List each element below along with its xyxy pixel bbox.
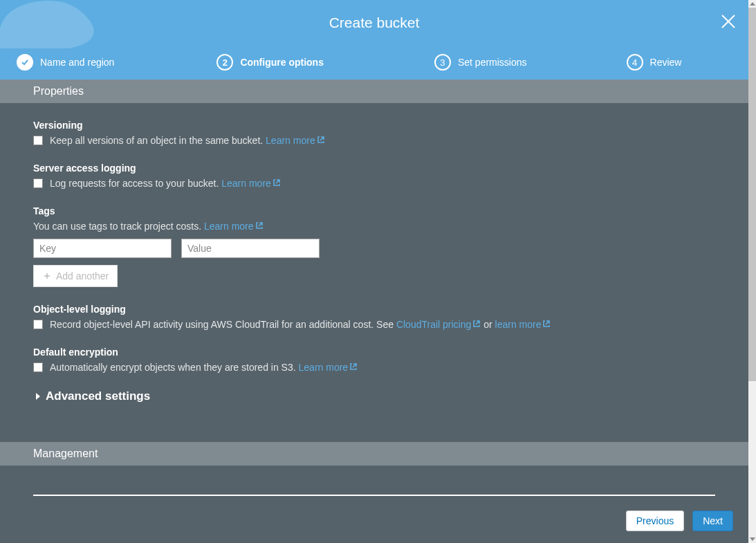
encryption-desc: Automatically encrypt objects when they … <box>50 362 358 373</box>
create-bucket-modal: Create bucket Name and region 2 Configur… <box>0 0 748 543</box>
versioning-learn-more-text: Learn more <box>266 135 315 146</box>
logging-checkbox[interactable] <box>33 178 43 188</box>
tags-title: Tags <box>33 205 715 217</box>
scrollbar-down-button[interactable] <box>748 535 756 543</box>
caret-right-icon <box>36 393 40 400</box>
previous-button[interactable]: Previous <box>626 510 684 531</box>
tags-block: Tags You can use tags to track project c… <box>33 205 715 287</box>
close-icon <box>721 14 736 29</box>
external-link-icon <box>349 362 358 370</box>
tags-desc: You can use tags to track project costs.… <box>33 221 715 232</box>
add-another-tag-button[interactable]: ＋ Add another <box>33 265 118 287</box>
tag-key-input[interactable] <box>33 239 172 258</box>
modal-footer: Previous Next <box>0 499 748 543</box>
external-link-icon <box>273 178 281 186</box>
step-3-number: 3 <box>434 54 451 71</box>
page-title: Create bucket <box>329 15 420 31</box>
step-4-number: 4 <box>627 54 643 71</box>
external-link-icon <box>542 319 551 327</box>
next-button[interactable]: Next <box>692 510 733 531</box>
object-logging-learn-more-text: learn more <box>495 319 542 330</box>
step-1-label: Name and region <box>40 57 114 68</box>
external-link-icon <box>317 135 325 143</box>
advanced-settings-toggle[interactable]: Advanced settings <box>36 389 715 403</box>
tags-learn-more-link[interactable]: Learn more <box>204 221 264 232</box>
object-logging-desc-pre: Record object-level API activity using A… <box>50 319 396 330</box>
cloudtrail-pricing-text: CloudTrail pricing <box>396 319 471 330</box>
caret-up-icon <box>750 2 755 6</box>
logging-title: Server access logging <box>33 163 715 174</box>
tags-desc-text: You can use tags to track project costs. <box>33 221 201 232</box>
encryption-desc-text: Automatically encrypt objects when they … <box>50 362 296 373</box>
object-logging-checkbox[interactable] <box>33 320 43 329</box>
object-logging-title: Object-level logging <box>33 304 715 315</box>
object-logging-desc: Record object-level API activity using A… <box>50 319 551 330</box>
logging-block: Server access logging Log requests for a… <box>33 163 715 189</box>
step-3-label: Set permissions <box>458 57 527 68</box>
tag-input-row <box>33 239 715 258</box>
plus-icon: ＋ <box>42 270 52 282</box>
object-logging-block: Object-level logging Record object-level… <box>33 304 715 330</box>
step-2-number: 2 <box>216 54 233 71</box>
object-logging-learn-more-link[interactable]: learn more <box>495 319 551 330</box>
scrollbar-track[interactable] <box>748 0 756 543</box>
versioning-checkbox[interactable] <box>33 136 43 145</box>
scrollbar-up-button[interactable] <box>748 0 756 8</box>
modal-body: Properties Versioning Keep all versions … <box>0 80 748 543</box>
properties-section-header: Properties <box>0 80 748 103</box>
properties-content: Versioning Keep all versions of an objec… <box>0 103 748 410</box>
encryption-title: Default encryption <box>33 347 715 358</box>
versioning-block: Versioning Keep all versions of an objec… <box>33 120 715 146</box>
versioning-title: Versioning <box>33 120 715 131</box>
wizard-steps: Name and region 2 Configure options 3 Se… <box>0 45 748 80</box>
versioning-desc: Keep all versions of an object in the sa… <box>50 135 325 146</box>
versioning-learn-more-link[interactable]: Learn more <box>266 135 325 146</box>
close-button[interactable] <box>721 14 736 32</box>
section-gap <box>0 410 748 442</box>
encryption-block: Default encryption Automatically encrypt… <box>33 347 715 373</box>
tags-learn-more-text: Learn more <box>204 221 254 232</box>
scrollbar-thumb[interactable] <box>748 8 756 381</box>
external-link-icon <box>255 221 264 229</box>
add-another-label: Add another <box>56 270 109 282</box>
modal-header: Create bucket <box>0 0 748 45</box>
step-set-permissions[interactable]: 3 Set permissions <box>434 54 527 71</box>
tag-value-input[interactable] <box>181 239 320 258</box>
versioning-desc-text: Keep all versions of an object in the sa… <box>50 135 263 146</box>
divider <box>33 495 715 496</box>
encryption-learn-more-text: Learn more <box>299 362 349 373</box>
encryption-checkbox[interactable] <box>33 362 43 372</box>
cloudtrail-pricing-link[interactable]: CloudTrail pricing <box>396 319 481 330</box>
step-review[interactable]: 4 Review <box>627 54 682 71</box>
logging-desc-text: Log requests for access to your bucket. <box>50 178 219 189</box>
step-4-label: Review <box>650 57 682 68</box>
step-name-region[interactable]: Name and region <box>17 54 114 71</box>
step-configure-options[interactable]: 2 Configure options <box>216 54 324 71</box>
logging-learn-more-link[interactable]: Learn more <box>221 178 281 189</box>
caret-down-icon <box>750 537 755 541</box>
step-2-label: Configure options <box>240 57 324 68</box>
object-logging-mid: or <box>481 319 495 330</box>
encryption-learn-more-link[interactable]: Learn more <box>299 362 358 373</box>
advanced-settings-label: Advanced settings <box>46 389 150 403</box>
logging-desc: Log requests for access to your bucket. … <box>50 178 281 189</box>
management-section-header: Management <box>0 442 748 466</box>
external-link-icon <box>472 319 481 327</box>
spacer <box>0 466 748 485</box>
step-1-check-icon <box>17 54 33 71</box>
logging-learn-more-text: Learn more <box>221 178 271 189</box>
header-decor <box>0 0 111 55</box>
